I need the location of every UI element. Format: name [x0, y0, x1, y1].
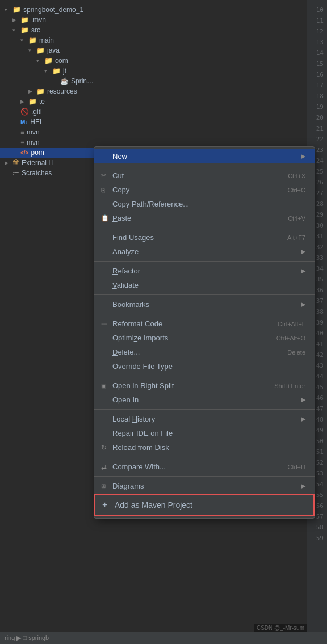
- tree-item-com[interactable]: ▾ 📁 com: [0, 56, 97, 66]
- external-libs-icon: 🏛: [12, 159, 19, 167]
- menu-item-label: Override File Type: [112, 362, 305, 371]
- tree-item-app[interactable]: ☕ SpringbootDemo1Applica: [0, 76, 97, 86]
- menu-separator: [94, 409, 315, 410]
- tree-label: springboot_demo_1: [23, 6, 83, 14]
- tree-item-jt[interactable]: ▾ 📁 jt: [0, 66, 97, 76]
- menu-item-diagrams[interactable]: ⊞ Diagrams ▶: [94, 479, 315, 493]
- menu-item-label: Open In: [112, 395, 296, 404]
- line-num: 12: [307, 26, 327, 37]
- menu-separator: [94, 228, 315, 228]
- tree-item-springboot-demo-1[interactable]: ▾ 📁 springboot_demo_1: [0, 5, 97, 15]
- shortcut-label: Ctrl+V: [288, 215, 305, 222]
- menu-separator: [94, 476, 315, 477]
- submenu-arrow: ▶: [301, 396, 305, 403]
- line-num: 18: [307, 91, 327, 102]
- folder-icon: 📁: [28, 98, 37, 106]
- folder-icon: 📁: [20, 26, 29, 34]
- tree-item-main[interactable]: ▾ 📁 main: [0, 35, 97, 45]
- menu-item-label: Repair IDE on File: [112, 429, 305, 437]
- diagrams-icon: ⊞: [101, 483, 112, 489]
- menu-item-optimize[interactable]: Optimize Imports Ctrl+Alt+O: [94, 331, 315, 345]
- menu-item-delete[interactable]: Delete... Delete: [94, 345, 315, 359]
- folder-icon: 📁: [20, 16, 29, 24]
- watermark: CSDN @_-Mr-sum: [254, 624, 307, 632]
- tree-item-mvnw[interactable]: ≡ mvn: [0, 127, 97, 137]
- menu-item-override-file-type[interactable]: Override File Type: [94, 359, 315, 373]
- shortcut-label: Ctrl+C: [288, 187, 305, 193]
- tree-item-scratches[interactable]: ≔ Scratches: [0, 168, 97, 178]
- menu-item-label: Diagrams: [112, 482, 296, 490]
- line-num: 19: [307, 102, 327, 112]
- line-num: 22: [307, 134, 327, 145]
- shortcut-label: Ctrl+X: [288, 172, 305, 179]
- menu-item-open-right-split[interactable]: ▣ Open in Right Split Shift+Enter: [94, 378, 315, 393]
- file-icon: ≡: [20, 128, 24, 136]
- scratch-icon: ≔: [12, 169, 19, 177]
- menu-item-reformat[interactable]: ≡≡ Reformat Code Ctrl+Alt+L: [94, 317, 315, 331]
- submenu-arrow: ▶: [301, 153, 305, 160]
- menu-item-label: Compare With...: [112, 462, 276, 471]
- tree-label: .mvn: [31, 16, 46, 24]
- shortcut-label: Ctrl+D: [288, 464, 305, 470]
- menu-item-cut[interactable]: ✂ Cut Ctrl+X: [94, 169, 315, 183]
- tree-label: com: [55, 57, 68, 65]
- tree-item-pom-xml[interactable]: </> pom: [0, 148, 97, 158]
- menu-item-refactor[interactable]: Refactor ▶: [94, 264, 315, 278]
- menu-item-label: Paste: [112, 214, 276, 222]
- menu-item-bookmarks[interactable]: Bookmarks ▶: [94, 297, 315, 312]
- menu-item-label: Cut: [112, 171, 276, 180]
- menu-item-compare-with[interactable]: ⇄ Compare With... Ctrl+D: [94, 460, 315, 474]
- tree-item-mvnw-cmd[interactable]: ≡ mvn: [0, 137, 97, 148]
- line-num: 58: [307, 522, 327, 533]
- menu-item-label: Copy: [112, 186, 276, 194]
- menu-item-label: Validate: [112, 281, 305, 289]
- menu-item-reload[interactable]: ↻ Reload from Disk: [94, 440, 315, 454]
- tree-item-java[interactable]: ▾ 📁 java: [0, 45, 97, 56]
- menu-item-local-history[interactable]: Local History ▶: [94, 412, 315, 426]
- tree-item-te[interactable]: ▶ 📁 te: [0, 96, 97, 107]
- tree-item-mvn[interactable]: ▶ 📁 .mvn: [0, 15, 97, 25]
- menu-separator: [94, 166, 315, 166]
- file-icon: ≡: [20, 138, 24, 146]
- menu-item-copy-path[interactable]: Copy Path/Reference...: [94, 197, 315, 211]
- menu-item-find-usages[interactable]: Find Usages Alt+F7: [94, 230, 315, 245]
- context-menu: New ▶ ✂ Cut Ctrl+X ⎘ Copy Ctrl+C Copy Pa…: [94, 146, 315, 519]
- submenu-arrow: ▶: [301, 301, 305, 308]
- menu-item-open-in[interactable]: Open In ▶: [94, 393, 315, 407]
- tree-label: SpringbootDemo1Applica: [71, 77, 94, 85]
- line-num: 59: [307, 533, 327, 544]
- expand-arrow: ▶: [5, 160, 12, 166]
- menu-item-repair-ide[interactable]: Repair IDE on File: [94, 426, 315, 440]
- shortcut-label: Alt+F7: [287, 234, 305, 241]
- tree-item-gitignore[interactable]: 🚫 .giti: [0, 107, 97, 117]
- expand-arrow: ▾: [44, 68, 52, 74]
- menu-item-analyze[interactable]: Analyze ▶: [94, 245, 315, 259]
- folder-icon: 📁: [28, 36, 37, 44]
- submenu-arrow: ▶: [301, 248, 305, 255]
- menu-item-add-maven[interactable]: + Add as Maven Project: [94, 494, 315, 516]
- tree-item-help[interactable]: M↓ HEL: [0, 117, 97, 127]
- statusbar-text: ring ▶ □ springb: [5, 634, 49, 642]
- line-num: 20: [307, 112, 327, 123]
- line-num: 13: [307, 37, 327, 48]
- menu-item-new[interactable]: New ▶: [94, 149, 315, 163]
- expand-arrow: ▾: [5, 7, 12, 12]
- menu-item-label: Reformat Code: [112, 319, 266, 328]
- shortcut-label: Ctrl+Alt+L: [278, 321, 305, 327]
- tree-label: mvn: [27, 128, 40, 136]
- tree-item-src[interactable]: ▾ 📁 src: [0, 25, 97, 35]
- menu-item-paste[interactable]: 📋 Paste Ctrl+V: [94, 211, 315, 225]
- java-icon: ☕: [60, 77, 69, 85]
- menu-item-validate[interactable]: Validate: [94, 278, 315, 292]
- shortcut-label: Shift+Enter: [274, 382, 305, 389]
- menu-item-copy[interactable]: ⎘ Copy Ctrl+C: [94, 183, 315, 197]
- submenu-arrow: ▶: [301, 267, 305, 275]
- tree-item-external-libs[interactable]: ▶ 🏛 External Li: [0, 158, 97, 168]
- cut-icon: ✂: [101, 172, 112, 179]
- menu-item-label: New: [112, 152, 296, 161]
- menu-item-label: Copy Path/Reference...: [112, 200, 305, 208]
- menu-item-label: Optimize Imports: [112, 334, 265, 342]
- tree-item-resources[interactable]: ▶ 📁 resources: [0, 86, 97, 96]
- line-num: 15: [307, 58, 327, 69]
- menu-item-label: Reload from Disk: [112, 443, 305, 452]
